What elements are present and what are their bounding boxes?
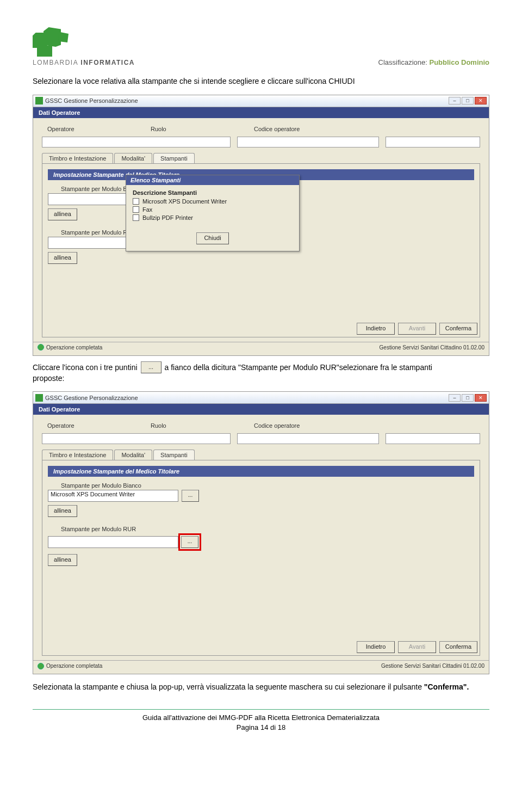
paragraph-3: Selezionata la stampante e chiusa la pop… bbox=[33, 682, 489, 693]
field-ruolo[interactable] bbox=[237, 433, 379, 444]
highlight-box: ... bbox=[178, 533, 201, 551]
field-codice[interactable] bbox=[386, 137, 480, 147]
status-right: Gestione Servizi Sanitari Cittadini 01.0… bbox=[381, 663, 484, 669]
paragraph-2c: proposte: bbox=[33, 373, 489, 384]
label-operatore: Operatore bbox=[47, 422, 118, 429]
paragraph-2b: a fianco della dicitura "Stampante per M… bbox=[165, 363, 432, 372]
allinea-button-1[interactable]: allinea bbox=[48, 505, 77, 517]
maximize-icon[interactable]: □ bbox=[462, 97, 474, 104]
subsection-header: Impostazione Stampante del Medico Titola… bbox=[48, 466, 474, 477]
tab-timbro[interactable]: Timbro e Intestazione bbox=[42, 153, 113, 163]
app-icon bbox=[35, 394, 43, 402]
field-operatore[interactable] bbox=[42, 433, 231, 444]
input-stampante-rur[interactable] bbox=[48, 536, 178, 548]
avanti-button: Avanti bbox=[398, 323, 436, 335]
minimize-icon[interactable]: – bbox=[449, 97, 461, 104]
label-stampante-bianco: Stampante per Modulo Bianco bbox=[61, 482, 474, 489]
footer-rule bbox=[33, 709, 489, 710]
three-dots-button[interactable]: ... bbox=[141, 361, 161, 373]
tab-modalita[interactable]: Modalita' bbox=[114, 450, 152, 460]
section-header: Dati Operatore bbox=[33, 107, 489, 118]
chiudi-button[interactable]: Chiudi bbox=[196, 232, 229, 244]
logo-text: LOMBARDIA INFORMATICA bbox=[33, 59, 135, 66]
paragraph-1: Selezionare la voce relativa alla stampa… bbox=[33, 76, 489, 87]
allinea-button-2[interactable]: allinea bbox=[48, 252, 77, 264]
label-operatore: Operatore bbox=[47, 126, 118, 132]
window-title: GSSC Gestione Personalizzazione bbox=[45, 97, 138, 104]
label-codice: Codice operatore bbox=[254, 126, 300, 132]
printer-option[interactable]: Fax bbox=[133, 206, 293, 213]
logo: LOMBARDIA INFORMATICA bbox=[33, 27, 135, 66]
status-right: Gestione Servizi Sanitari Cittadino 01.0… bbox=[380, 345, 484, 350]
minimize-icon[interactable]: – bbox=[449, 394, 461, 402]
field-codice[interactable] bbox=[386, 433, 480, 444]
conferma-button[interactable]: Conferma bbox=[439, 641, 477, 653]
input-stampante-bianco[interactable]: Microsoft XPS Document Writer bbox=[48, 490, 178, 502]
status-icon bbox=[38, 663, 44, 669]
status-text: Operazione completata bbox=[46, 663, 102, 669]
tab-timbro[interactable]: Timbro e Intestazione bbox=[42, 450, 113, 460]
tab-stampanti[interactable]: Stampanti bbox=[153, 153, 195, 163]
screenshot-1: GSSC Gestione Personalizzazione – □ ✕ Da… bbox=[33, 95, 489, 356]
classification-label: Classificazione: Pubblico Dominio bbox=[378, 58, 489, 66]
close-icon[interactable]: ✕ bbox=[475, 394, 487, 402]
avanti-button: Avanti bbox=[398, 641, 436, 653]
checkbox-icon[interactable] bbox=[133, 198, 139, 205]
label-codice: Codice operatore bbox=[254, 422, 300, 429]
field-ruolo[interactable] bbox=[237, 137, 379, 147]
indietro-button[interactable]: Indietro bbox=[357, 323, 395, 335]
paragraph-2a: Cliccare l'icona con i tre puntini bbox=[33, 363, 138, 372]
checkbox-icon[interactable] bbox=[133, 214, 139, 221]
browse-rur-button[interactable]: ... bbox=[181, 536, 198, 548]
label-ruolo: Ruolo bbox=[151, 126, 221, 132]
close-icon[interactable]: ✕ bbox=[475, 97, 487, 104]
printer-option[interactable]: Microsoft XPS Document Writer bbox=[133, 198, 293, 205]
elenco-stampanti-modal: Elenco Stampanti Descrizione Stampanti M… bbox=[126, 175, 300, 251]
field-operatore[interactable] bbox=[42, 137, 231, 147]
status-text: Operazione completata bbox=[46, 345, 102, 350]
label-ruolo: Ruolo bbox=[151, 422, 221, 429]
allinea-button-1[interactable]: allinea bbox=[48, 208, 77, 220]
tab-stampanti[interactable]: Stampanti bbox=[153, 450, 195, 460]
screenshot-2: GSSC Gestione Personalizzazione – □ ✕ Da… bbox=[33, 391, 489, 674]
conferma-button[interactable]: Conferma bbox=[439, 323, 477, 335]
logo-icon bbox=[33, 27, 71, 57]
label-stampante-rur: Stampante per Modulo RUR bbox=[61, 526, 474, 532]
app-icon bbox=[35, 97, 43, 104]
browse-bianco-button[interactable]: ... bbox=[182, 490, 199, 502]
printer-option[interactable]: Bullzip PDF Printer bbox=[133, 214, 293, 221]
window-title: GSSC Gestione Personalizzazione bbox=[45, 395, 138, 401]
section-header: Dati Operatore bbox=[33, 404, 489, 415]
status-icon bbox=[38, 344, 44, 350]
indietro-button[interactable]: Indietro bbox=[357, 641, 395, 653]
tab-modalita[interactable]: Modalita' bbox=[114, 153, 152, 163]
maximize-icon[interactable]: □ bbox=[462, 394, 474, 402]
modal-title: Elenco Stampanti bbox=[126, 175, 299, 185]
allinea-button-2[interactable]: allinea bbox=[48, 554, 77, 566]
page-footer: Guida all'attivazione dei MMG-PDF alla R… bbox=[33, 713, 489, 733]
checkbox-icon[interactable] bbox=[133, 206, 139, 213]
modal-subtitle: Descrizione Stampanti bbox=[133, 189, 293, 196]
